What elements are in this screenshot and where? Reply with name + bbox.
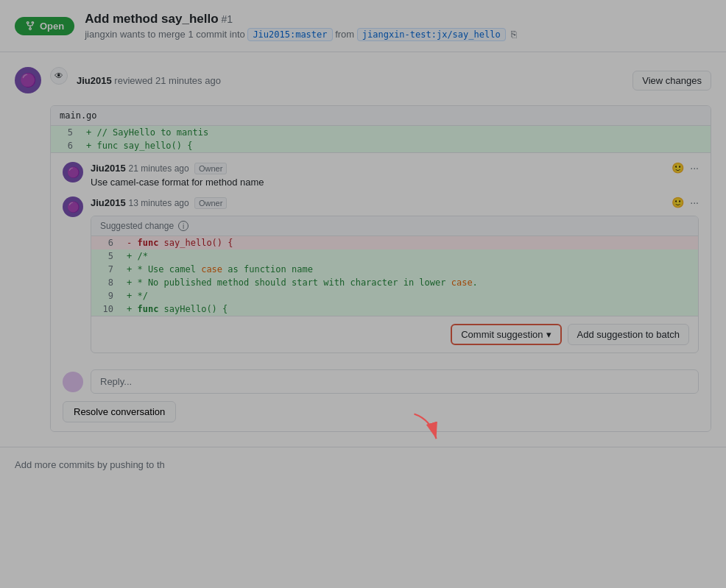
- modal-overlay: Commit suggestion × Commit changes: [0, 0, 726, 482]
- arrow-indicator: [409, 408, 453, 455]
- arrow-svg: [409, 408, 453, 453]
